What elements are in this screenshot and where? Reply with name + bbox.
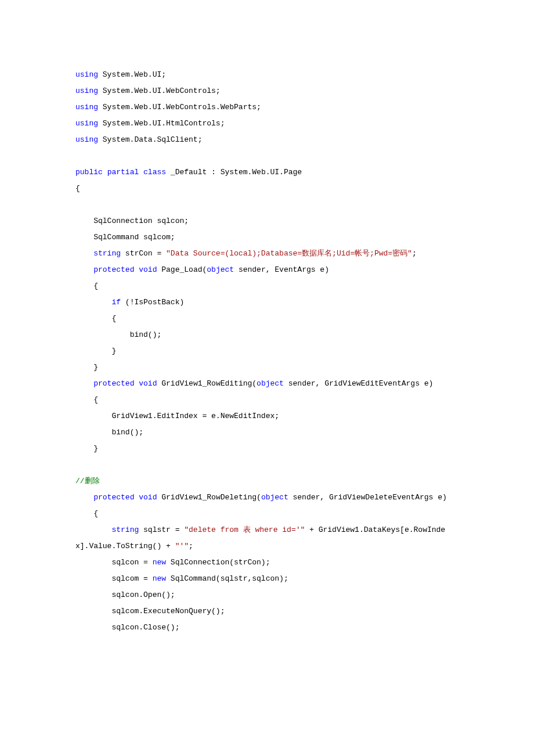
code-document: using System.Web.UI;using System.Web.UI.…: [0, 0, 534, 703]
code-token: sqlcon =: [75, 558, 153, 567]
code-token: string: [93, 249, 121, 258]
code-line: [75, 148, 459, 164]
code-line: sqlcon = new SqlConnection(strCon);: [75, 555, 459, 571]
code-token: new: [153, 558, 166, 567]
code-token: //删除: [75, 477, 100, 485]
code-token: sender, GridViewEditEventArgs e): [284, 379, 433, 388]
code-token: SqlConnection sqlcon;: [75, 217, 189, 225]
code-token: {: [75, 184, 80, 193]
code-token: "delete from 表 where id='": [184, 525, 305, 534]
code-line: [75, 457, 459, 473]
code-token: (!IsPostBack): [121, 298, 184, 307]
code-line: protected void GridView1_RowDeleting(obj…: [75, 489, 459, 506]
code-token: protected: [93, 493, 134, 502]
code-token: sqlcon.Close();: [75, 623, 179, 632]
code-token: sender, EventArgs e): [234, 265, 329, 274]
code-token: sqlcom.ExecuteNonQuery();: [75, 607, 225, 615]
code-line: if (!IsPostBack): [75, 294, 459, 311]
code-token: System.Web.UI.WebControls.WebParts;: [98, 103, 261, 111]
code-token: void: [139, 493, 157, 502]
code-line: using System.Web.UI;: [75, 67, 459, 83]
code-token: Page_Load(: [157, 265, 207, 274]
code-token: {: [75, 282, 98, 290]
code-token: SqlCommand(sqlstr,sqlcon);: [166, 574, 288, 583]
code-token: GridView1.EditIndex = e.NewEditIndex;: [75, 412, 279, 420]
code-token: using: [75, 87, 98, 95]
code-line: //删除: [75, 473, 459, 489]
code-token: ;: [189, 542, 193, 550]
code-token: GridView1_RowEditing(: [157, 379, 257, 388]
code-line: string sqlstr = "delete from 表 where id=…: [75, 522, 459, 555]
code-line: sqlcom = new SqlCommand(sqlstr,sqlcon);: [75, 571, 459, 587]
code-line: string strCon = "Data Source=(local);Dat…: [75, 246, 459, 262]
code-token: }: [75, 363, 98, 372]
code-token: [75, 265, 93, 274]
code-token: [75, 493, 93, 502]
code-token: GridView1_RowDeleting(: [157, 493, 261, 502]
code-line: {: [75, 311, 459, 327]
code-token: using: [75, 135, 98, 144]
code-token: [139, 168, 143, 177]
code-token: void: [139, 379, 157, 388]
code-token: }: [75, 444, 98, 453]
code-token: object: [261, 493, 288, 502]
code-line: {: [75, 278, 459, 294]
code-line: protected void GridView1_RowEditing(obje…: [75, 376, 459, 392]
code-line: bind();: [75, 327, 459, 343]
code-token: sqlcon.Open();: [75, 591, 175, 599]
code-token: using: [75, 70, 98, 79]
code-token: {: [75, 395, 98, 404]
code-token: SqlCommand sqlcom;: [75, 233, 175, 242]
code-token: System.Web.UI.HtmlControls;: [98, 119, 225, 128]
code-line: SqlCommand sqlcom;: [75, 229, 459, 246]
code-token: using: [75, 119, 98, 128]
code-token: System.Data.SqlClient;: [98, 135, 202, 144]
code-line: }: [75, 359, 459, 376]
code-token: bind();: [75, 428, 143, 437]
code-token: {: [75, 509, 98, 518]
code-token: [75, 525, 111, 534]
code-token: bind();: [75, 330, 161, 339]
code-line: using System.Data.SqlClient;: [75, 132, 459, 148]
code-line: sqlcon.Open();: [75, 587, 459, 603]
code-token: partial: [107, 168, 139, 177]
code-token: protected: [93, 265, 134, 274]
code-token: sender, GridViewDeleteEventArgs e): [288, 493, 447, 502]
code-token: System.Web.UI;: [98, 70, 166, 79]
code-token: [103, 168, 107, 177]
code-token: [75, 298, 111, 307]
code-token: [75, 249, 93, 258]
code-line: }: [75, 343, 459, 359]
code-line: {: [75, 392, 459, 408]
code-token: System.Web.UI.WebControls;: [98, 87, 221, 95]
code-token: public: [75, 168, 103, 177]
code-token: new: [153, 574, 166, 583]
code-token: string: [111, 525, 139, 534]
code-token: object: [207, 265, 234, 274]
code-token: ;: [412, 249, 417, 258]
code-line: sqlcom.ExecuteNonQuery();: [75, 603, 459, 620]
code-token: }: [75, 347, 116, 355]
code-line: using System.Web.UI.WebControls.WebParts…: [75, 99, 459, 116]
code-line: sqlcon.Close();: [75, 620, 459, 636]
code-line: SqlConnection sqlcon;: [75, 213, 459, 229]
code-line: bind();: [75, 424, 459, 441]
code-line: public partial class _Default : System.W…: [75, 164, 459, 181]
code-token: using: [75, 103, 98, 111]
code-line: {: [75, 181, 459, 197]
code-token: protected: [93, 379, 134, 388]
code-token: "'": [175, 542, 189, 550]
code-token: strCon =: [121, 249, 166, 258]
code-line: using System.Web.UI.WebControls;: [75, 83, 459, 99]
code-token: {: [75, 314, 116, 323]
code-token: void: [139, 265, 157, 274]
code-token: _Default : System.Web.UI.Page: [166, 168, 302, 177]
code-token: if: [111, 298, 121, 307]
code-token: sqlstr =: [139, 525, 184, 534]
code-token: class: [143, 168, 166, 177]
code-token: [75, 379, 93, 388]
code-line: protected void Page_Load(object sender, …: [75, 262, 459, 278]
code-line: {: [75, 506, 459, 522]
code-line: GridView1.EditIndex = e.NewEditIndex;: [75, 408, 459, 424]
code-token: "Data Source=(local);Database=数据库名;Uid=帐…: [166, 249, 412, 258]
